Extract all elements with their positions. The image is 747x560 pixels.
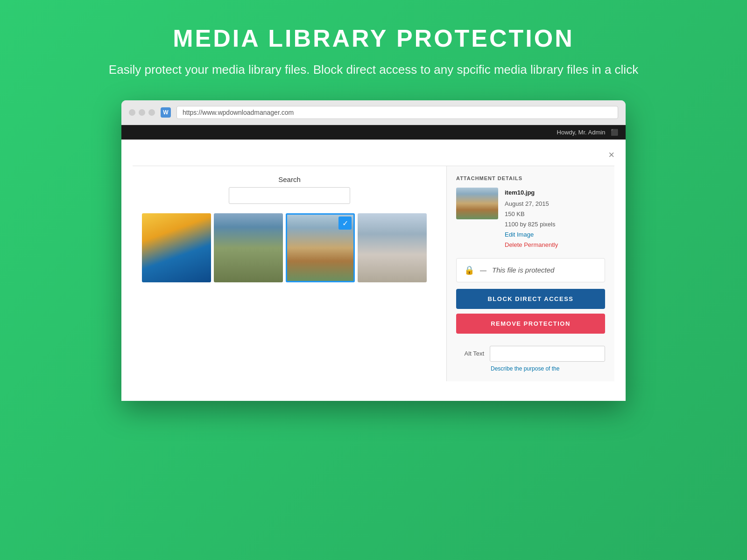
browser-brand-icon: W — [161, 107, 171, 118]
attachment-thumbnail — [456, 188, 498, 219]
status-dash: — — [480, 266, 486, 274]
thumbnail-city[interactable] — [358, 213, 427, 282]
attachment-panel: ATTACHMENT DETAILS item10.jpg August 27,… — [446, 166, 614, 381]
modal-area: × Search ✓ ATTACHMENT DET — [121, 140, 626, 401]
alt-text-label: Alt Text — [456, 350, 484, 357]
remove-protection-button[interactable]: REMOVE PROTECTION — [456, 314, 605, 334]
hero-title: MEDIA LIBRARY PROTECTION — [109, 24, 638, 52]
media-grid-area: Search ✓ — [133, 166, 446, 381]
hero-subtitle: Easily protect your media library files.… — [109, 61, 638, 79]
alt-text-section: Alt Text Describe the purpose of the — [456, 346, 605, 372]
media-library-layout: Search ✓ ATTACHMENT DETAILS — [133, 166, 614, 381]
attachment-filesize: 150 KB — [505, 209, 558, 219]
attachment-meta: item10.jpg August 27, 2015 150 KB 1100 b… — [505, 188, 558, 251]
delete-permanently-link[interactable]: Delete Permanently — [505, 240, 558, 250]
admin-icon: ⬛ — [611, 129, 618, 136]
attachment-info: item10.jpg August 27, 2015 150 KB 1100 b… — [456, 188, 605, 251]
browser-chrome: W https://www.wpdownloadmanager.com — [121, 100, 626, 125]
thumbnail-sail[interactable] — [142, 213, 211, 282]
wp-admin-bar: Howdy, Mr. Admin ⬛ — [121, 125, 626, 140]
describe-purpose-link[interactable]: Describe the purpose of the — [491, 365, 605, 372]
dot-yellow — [139, 109, 145, 116]
lock-icon: 🔒 — [464, 265, 474, 275]
search-bar: Search — [142, 175, 437, 204]
browser-url-bar[interactable]: https://www.wpdownloadmanager.com — [176, 106, 618, 119]
search-input[interactable] — [229, 187, 350, 204]
selected-checkmark: ✓ — [338, 217, 352, 230]
search-label: Search — [142, 175, 437, 183]
image-grid: ✓ — [142, 213, 437, 282]
browser-dots — [129, 109, 155, 116]
alt-text-row: Alt Text — [456, 346, 605, 362]
alt-text-input[interactable] — [490, 346, 605, 362]
attachment-dimensions: 1100 by 825 pixels — [505, 219, 558, 230]
edit-image-link[interactable]: Edit Image — [505, 230, 558, 240]
protected-status-text: This file is protected — [492, 266, 554, 274]
browser-window: W https://www.wpdownloadmanager.com Howd… — [121, 100, 626, 401]
attachment-date: August 27, 2015 — [505, 199, 558, 209]
protection-status-box: 🔒 — This file is protected — [456, 258, 605, 282]
block-direct-access-button[interactable]: BLOCK DIRECT ACCESS — [456, 289, 605, 309]
attachment-filename: item10.jpg — [505, 188, 558, 198]
modal-close-button[interactable]: × — [133, 149, 614, 161]
thumbnail-aerial[interactable] — [214, 213, 283, 282]
hero-section: MEDIA LIBRARY PROTECTION Easily protect … — [90, 0, 657, 96]
thumbnail-building[interactable]: ✓ — [286, 213, 355, 282]
dot-red — [129, 109, 135, 116]
dot-green — [148, 109, 155, 116]
panel-title: ATTACHMENT DETAILS — [456, 175, 605, 181]
admin-howdy: Howdy, Mr. Admin — [557, 129, 606, 136]
